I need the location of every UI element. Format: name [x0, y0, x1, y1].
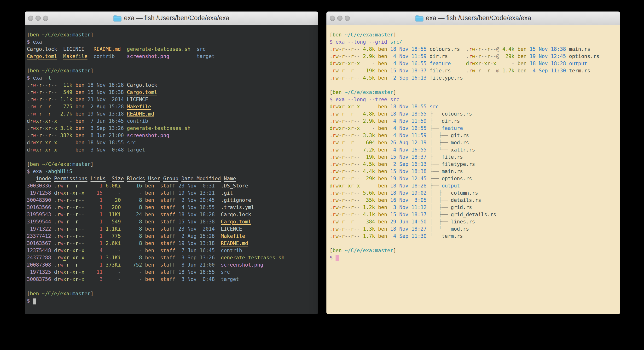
terminal-line: $ exa --long --grid src/: [330, 38, 618, 46]
minimize-button[interactable]: [337, 16, 342, 21]
terminal-line: .rw-r--r-- 4.8k ben 18 Nov 18:55 colours…: [330, 46, 618, 53]
terminal-line: .rw-r--r-- 4.5k ben 2 Sep 16:13 filetype…: [330, 74, 618, 82]
terminal-line: .rw-r--r-- 19k ben 15 Nov 18:37 file.rs …: [330, 67, 618, 74]
terminal-line: .rw-r--r-- 1.2k ben 3 Nov 11:12 │ ├── gr…: [330, 204, 618, 211]
titlebar[interactable]: exa — fish /Users/ben/Code/exa/exa: [25, 12, 318, 25]
terminal-line: 1971322 .rw-r--r-- 1 1.1Ki 8 ben staff 2…: [27, 225, 316, 232]
terminal-line: .rw-r--r-- 2.9k ben 4 Nov 11:59 ├── dir.…: [330, 118, 618, 125]
terminal-line: .rw-r--r-- 7.2k ben 4 Nov 16:55 │ └── xa…: [330, 146, 618, 154]
terminal-line: 24377288 .rwxr-xr-x 1 3.1Ki 8 ben staff …: [27, 254, 316, 261]
close-button[interactable]: [28, 16, 33, 21]
terminal-line: .rwxr-xr-x 3.1k ben 3 Sep 13:26 generate…: [27, 125, 316, 132]
terminal-line: [ben ~/C/e/exa:master]: [330, 31, 618, 38]
terminal-line: 1971325 drwxr-xr-x 11 - - ben staff 18 N…: [27, 268, 316, 276]
window-title-text: exa — fish /Users/ben/Code/exa/exa: [124, 14, 229, 22]
terminal-line: .rw-r--r-- 1.1k ben 23 Nov 2014 LICENCE: [27, 96, 316, 103]
terminal-line: .rw-r--r-- 11k ben 18 Nov 18:28 Cargo.lo…: [27, 82, 316, 89]
terminal-line: .rw-r--r-- 19k ben 15 Nov 18:37 ├── file…: [330, 154, 618, 160]
terminal-line: [330, 240, 618, 247]
terminal-line: 30163567 .rw-r--r-- 1 2.6Ki 8 ben staff …: [27, 240, 316, 247]
terminal-line: [ben ~/C/e/exa:master]: [27, 31, 316, 38]
window-title-text: exa — fish /Users/ben/Code/exa/exa: [426, 14, 531, 22]
terminal-line: $ exa -abghHliS: [27, 168, 316, 175]
terminal-line: Cargo.toml Makefile contrib screenshot.p…: [27, 53, 316, 60]
terminal-line: 23377412 .rw-r--r-- 1 775 8 ben staff 2 …: [27, 232, 316, 240]
terminal-line: .rw-r--r-- 382k ben 8 Jun 21:00 screensh…: [27, 132, 316, 139]
terminal-line: 30083756 drwxr-xr-x 3 - - ben staff 3 No…: [27, 276, 316, 283]
terminal-line: drwxr-xr-x - ben 4 Nov 16:55 feature drw…: [330, 60, 618, 67]
cursor: [336, 255, 339, 261]
titlebar[interactable]: exa — fish /Users/ben/Code/exa/exa: [326, 12, 620, 25]
terminal-line: .rw-r--r-- 4.5k ben 2 Sep 16:13 ├── file…: [330, 160, 618, 168]
terminal-line: drwxr-xr-x - ben 4 Nov 16:55 ├── feature: [330, 125, 618, 132]
minimize-button[interactable]: [36, 16, 41, 21]
close-button[interactable]: [330, 16, 335, 21]
folder-icon: [415, 15, 424, 22]
terminal-line: .rw-r--r-- 2.7k ben 19 Nov 13:18 README.…: [27, 110, 316, 118]
terminal-line: 12375448 drwxr-xr-x 4 - - ben staff 7 Ju…: [27, 247, 316, 254]
terminal-line: 1971258 drwxr-xr-x 15 - - ben staff 19 N…: [27, 190, 316, 196]
terminal-line: 31959544 .rw-r--r-- 1 549 8 ben staff 15…: [27, 218, 316, 225]
zoom-button[interactable]: [345, 16, 350, 21]
terminal-line: [ben ~/C/e/exa:master]: [27, 67, 316, 74]
terminal-line: [27, 60, 316, 67]
terminal-line: [330, 82, 618, 89]
terminal-content[interactable]: [ben ~/C/e/exa:master]$ exa --long --gri…: [326, 25, 620, 314]
terminal-line: 31959543 .rw-r--r-- 1 11Ki 24 ben staff …: [27, 211, 316, 218]
terminal-line: 30048390 .rw-r--r-- 1 20 8 ben staff 2 N…: [27, 196, 316, 204]
traffic-lights: [330, 12, 350, 25]
terminal-line: drwxr-xr-x - ben 18 Nov 18:55 src: [27, 139, 316, 146]
terminal-line: .rw-r--r-- 4.8k ben 18 Nov 18:55 ├── col…: [330, 110, 618, 118]
terminal-line: $ exa -l: [27, 74, 316, 82]
terminal-line: .rw-r--r-- 1.3k ben 18 Nov 18:27 │ └── m…: [330, 225, 618, 232]
terminal-line: .rw-r--r-- 35k ben 16 Nov 3:05 │ ├── det…: [330, 196, 618, 204]
terminal-line: .rw-r--r-- 775 ben 2 Aug 15:28 Makefile: [27, 103, 316, 110]
terminal-line: drwxr-xr-x - ben 7 Jun 16:45 contrib: [27, 118, 316, 125]
folder-icon: [113, 15, 122, 22]
terminal-line: .rw-r--r-- 29k ben 19 Nov 12:45 ├── opti…: [330, 175, 618, 182]
terminal-line: inode Permissions Links Size Blocks User…: [27, 175, 316, 182]
terminal-line: drwxr-xr-x - ben 3 Nov 0:48 target: [27, 146, 316, 154]
terminal-line: $: [27, 297, 316, 304]
terminal-line: .rw-r--r-- 1.7k ben 4 Sep 11:30 └── term…: [330, 232, 618, 240]
terminal-line: Cargo.lock LICENCE README.md generate-te…: [27, 46, 316, 53]
terminal-line: $ exa --long --tree src: [330, 96, 618, 103]
terminal-line: [27, 283, 316, 290]
window-title: exa — fish /Users/ben/Code/exa/exa: [415, 14, 531, 22]
terminal-line: .rw-r--r-- 2.9k ben 4 Nov 11:59 dir.rs .…: [330, 53, 618, 60]
terminal-line: [ben ~/C/e/exa:master]: [27, 290, 316, 297]
terminal-line: [ben ~/C/e/exa:master]: [27, 160, 316, 168]
terminal-line: [ben ~/C/e/exa:master]: [330, 89, 618, 96]
terminal-line: 30163566 .rw-r--r-- 1 200 8 ben staff 4 …: [27, 204, 316, 211]
terminal-line: drwxr-xr-x - ben 18 Nov 18:28 ├── output: [330, 182, 618, 190]
terminal-line: .rw-r--r-- 4.4k ben 15 Nov 18:38 ├── mai…: [330, 168, 618, 175]
traffic-lights: [28, 12, 48, 25]
window-title: exa — fish /Users/ben/Code/exa/exa: [113, 14, 229, 22]
terminal-line: .rw-r--r-- 4.1k ben 15 Nov 18:37 │ ├── g…: [330, 211, 618, 218]
terminal-line: $: [330, 254, 618, 261]
terminal-line: [27, 154, 316, 160]
terminal-line: .rw-r--r-- 5.6k ben 18 Nov 19:02 │ ├── c…: [330, 190, 618, 196]
zoom-button[interactable]: [43, 16, 48, 21]
terminal-window-dark: exa — fish /Users/ben/Code/exa/exa [ben …: [25, 12, 318, 314]
terminal-line: 20087308 .rw-r--r-- 1 373Ki 752 ben staf…: [27, 261, 316, 268]
terminal-line: .rw-r--r-- 549 ben 15 Nov 18:38 Cargo.to…: [27, 89, 316, 96]
terminal-line: [ben ~/C/e/exa:master]: [330, 247, 618, 254]
terminal-line: 30030336 .rw-r--r-- 1 6.0Ki 16 ben staff…: [27, 182, 316, 190]
terminal-line: .rw-r--r-- 3.3k ben 4 Nov 11:59 │ ├── gi…: [330, 132, 618, 139]
terminal-line: .rw-r--r-- 384 ben 29 Jun 14:50 │ ├── li…: [330, 218, 618, 225]
cursor: [33, 298, 36, 304]
terminal-window-light: exa — fish /Users/ben/Code/exa/exa [ben …: [326, 12, 620, 314]
terminal-content[interactable]: [ben ~/C/e/exa:master]$ exaCargo.lock LI…: [25, 25, 318, 314]
terminal-line: .rw-r--r-- 604 ben 26 Aug 12:19 │ ├── mo…: [330, 139, 618, 146]
terminal-line: drwxr-xr-x - ben 18 Nov 18:55 src: [330, 103, 618, 110]
terminal-line: $ exa: [27, 38, 316, 46]
